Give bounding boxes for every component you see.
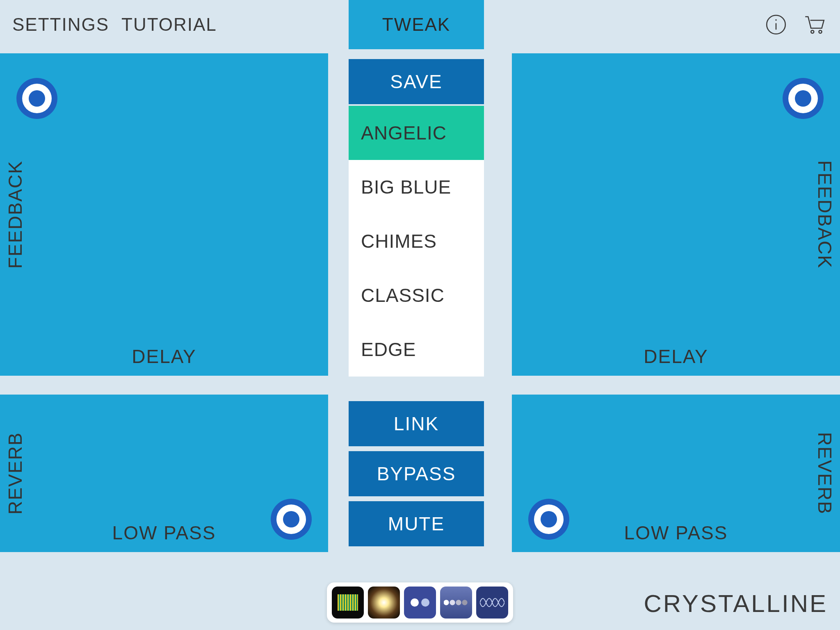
xy-pad-top-left[interactable]: FEEDBACK DELAY	[0, 53, 328, 376]
preset-item-angelic[interactable]: ANGELIC	[349, 106, 484, 160]
app-audiobus-icon[interactable]	[332, 587, 364, 619]
xy-pad-ylabel: REVERB	[814, 432, 836, 514]
xy-pad-xlabel: DELAY	[644, 345, 708, 368]
settings-button[interactable]: SETTINGS	[12, 14, 109, 35]
preset-item-classic[interactable]: CLASSIC	[349, 268, 484, 322]
preset-item-big-blue[interactable]: BIG BLUE	[349, 160, 484, 214]
app-sunburst-icon[interactable]	[368, 587, 400, 619]
xy-pad-xlabel: LOW PASS	[624, 522, 728, 544]
save-button[interactable]: SAVE	[349, 59, 484, 104]
svg-point-3	[811, 30, 814, 33]
xy-pad-bottom-right[interactable]: REVERB LOW PASS	[512, 395, 840, 552]
xy-pad-ylabel: REVERB	[4, 432, 26, 514]
svg-point-2	[775, 19, 777, 21]
xy-pad-xlabel: DELAY	[132, 345, 196, 368]
xy-pad-bottom-left[interactable]: REVERB LOW PASS	[0, 395, 328, 552]
xy-handle-icon[interactable]	[783, 78, 824, 119]
cart-icon[interactable]	[801, 11, 828, 38]
brand-label: CRYSTALLINE	[644, 589, 828, 618]
xy-pad-ylabel: FEEDBACK	[4, 160, 26, 269]
xy-pad-ylabel: FEEDBACK	[814, 160, 836, 269]
app-dots-duo-icon[interactable]	[404, 587, 436, 619]
xy-handle-icon[interactable]	[16, 78, 57, 119]
info-icon[interactable]	[763, 11, 789, 38]
tweak-button[interactable]: TWEAK	[349, 0, 484, 49]
xy-pad-xlabel: LOW PASS	[112, 522, 216, 544]
mute-button[interactable]: MUTE	[349, 501, 484, 546]
xy-handle-icon[interactable]	[271, 499, 312, 540]
svg-point-4	[819, 30, 822, 33]
link-button[interactable]: LINK	[349, 401, 484, 446]
preset-list[interactable]: ANGELIC BIG BLUE CHIMES CLASSIC EDGE	[349, 106, 484, 377]
xy-pad-top-right[interactable]: FEEDBACK DELAY	[512, 53, 840, 376]
app-waves-icon[interactable]	[476, 587, 508, 619]
app-dots-row-icon[interactable]	[440, 587, 472, 619]
app-tray	[327, 582, 513, 623]
preset-item-chimes[interactable]: CHIMES	[349, 214, 484, 268]
xy-handle-icon[interactable]	[528, 499, 569, 540]
bypass-button[interactable]: BYPASS	[349, 451, 484, 496]
preset-item-edge[interactable]: EDGE	[349, 322, 484, 377]
tutorial-button[interactable]: TUTORIAL	[121, 14, 217, 35]
